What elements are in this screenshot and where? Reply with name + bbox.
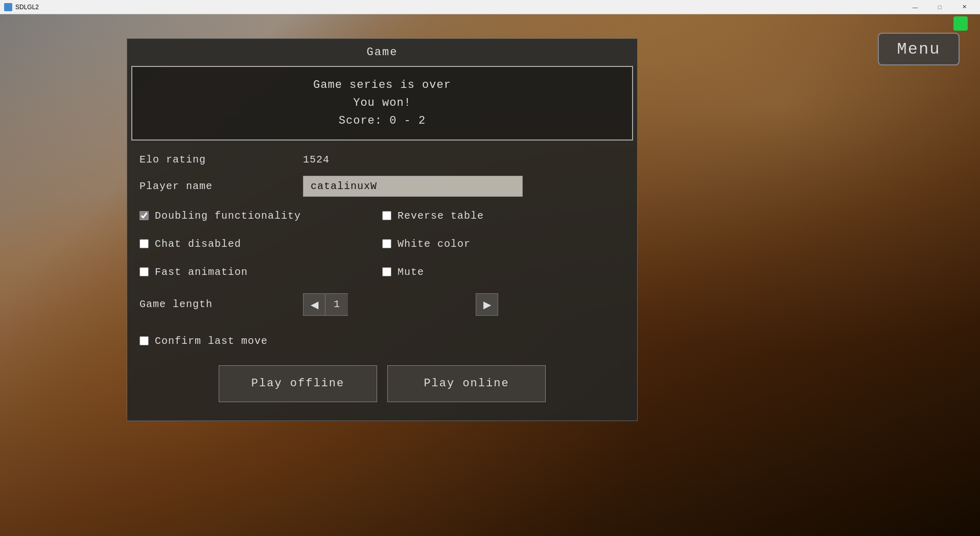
fast-label: Fast animation (155, 266, 248, 278)
elo-rating-row: Elo rating 1524 (139, 149, 625, 171)
chat-label: Chat disabled (155, 238, 241, 250)
checkbox-section-3: Fast animation Mute (139, 258, 625, 286)
game-length-increase-button[interactable]: ▶ (476, 293, 498, 316)
elo-label: Elo rating (139, 154, 303, 166)
result-line1: Game series is over (143, 76, 622, 94)
mute-checkbox-item: Mute (382, 260, 625, 284)
player-name-label: Player name (139, 180, 303, 192)
play-online-button[interactable]: Play online (387, 365, 546, 402)
game-dialog: Game Game series is over You won! Score:… (127, 38, 638, 421)
white-checkbox-item: White color (382, 232, 625, 256)
green-status-indicator (953, 16, 968, 31)
doubling-label: Doubling functionality (155, 210, 301, 222)
result-box: Game series is over You won! Score: 0 - … (131, 66, 633, 141)
mute-checkbox[interactable] (382, 267, 391, 276)
menu-button-label: Menu (897, 40, 941, 59)
close-button[interactable]: ✕ (952, 0, 976, 14)
titlebar: SDLGL2 — □ ✕ (0, 0, 980, 14)
game-length-label: Game length (139, 298, 303, 310)
game-length-value: 1 (325, 293, 348, 316)
doubling-checkbox-item: Doubling functionality (139, 204, 382, 228)
white-color-checkbox[interactable] (382, 239, 391, 248)
reverse-label: Reverse table (398, 210, 484, 222)
mute-label: Mute (398, 266, 424, 278)
chat-disabled-checkbox[interactable] (139, 239, 149, 248)
elo-value: 1524 (303, 154, 330, 166)
confirm-last-move-row: Confirm last move (139, 323, 625, 361)
checkbox-section-1: Doubling functionality Reverse table (139, 202, 625, 230)
result-line2: You won! (143, 94, 622, 112)
chat-checkbox-item: Chat disabled (139, 232, 382, 256)
action-buttons: Play offline Play online (139, 361, 625, 410)
game-length-decrease-button[interactable]: ◀ (303, 293, 325, 316)
confirm-label: Confirm last move (155, 335, 268, 347)
maximize-button[interactable]: □ (928, 0, 951, 14)
white-label: White color (398, 238, 471, 250)
confirm-checkbox-item: Confirm last move (139, 329, 268, 353)
window-title: SDLGL2 (15, 4, 903, 11)
minimize-button[interactable]: — (903, 0, 927, 14)
window-controls: — □ ✕ (903, 0, 976, 14)
fast-checkbox-item: Fast animation (139, 260, 382, 284)
dialog-title: Game (127, 39, 637, 66)
reverse-checkbox-item: Reverse table (382, 204, 625, 228)
checkbox-section-2: Chat disabled White color (139, 230, 625, 258)
player-name-row: Player name (139, 171, 625, 202)
doubling-checkbox[interactable] (139, 211, 149, 220)
game-length-controls: ◀ 1 (303, 293, 348, 316)
menu-button[interactable]: Menu (878, 33, 960, 65)
settings-area: Elo rating 1524 Player name Doubling fun… (127, 141, 637, 421)
play-offline-button[interactable]: Play offline (219, 365, 377, 402)
game-length-row: Game length ◀ 1 ▶ (139, 286, 625, 323)
reverse-table-checkbox[interactable] (382, 211, 391, 220)
fast-animation-checkbox[interactable] (139, 267, 149, 276)
confirm-last-move-checkbox[interactable] (139, 336, 149, 345)
player-name-input[interactable] (303, 176, 523, 197)
result-line3: Score: 0 - 2 (143, 112, 622, 130)
app-icon (4, 3, 12, 11)
